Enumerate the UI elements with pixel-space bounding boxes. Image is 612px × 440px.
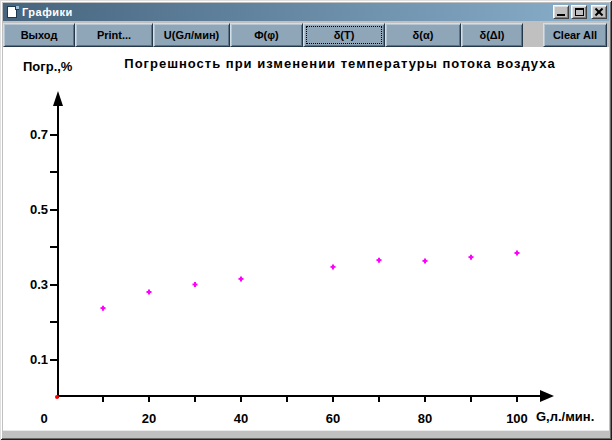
close-icon [595, 8, 603, 16]
close-button[interactable] [591, 5, 607, 19]
app-icon [6, 6, 19, 19]
toolbar-button-delta-alpha[interactable]: δ(α) [385, 23, 461, 47]
toolbar-button-exit[interactable]: Выход [3, 23, 75, 47]
toolbar-spacer [523, 23, 543, 47]
y-axis-title: Погр.,% [23, 59, 72, 74]
toolbar-button-delta-di[interactable]: δ(ΔI) [461, 23, 523, 47]
toolbar-button-clear-all[interactable]: Clear All [543, 23, 607, 47]
title-bar[interactable]: Графики [3, 3, 609, 21]
minimize-icon [557, 14, 565, 16]
minimize-button[interactable] [553, 5, 569, 19]
toolbar-button-delta-t[interactable]: δ(T) [303, 23, 385, 47]
toolbar-button-print[interactable]: Print... [75, 23, 153, 47]
toolbar: ВыходPrint...U(Gл/мин)Ф(φ)δ(T)δ(α)δ(ΔI)C… [3, 23, 609, 47]
window-title: Графики [22, 6, 553, 18]
maximize-icon [575, 8, 584, 16]
chart-area [3, 47, 609, 437]
x-axis-title: G,л./мин. [536, 409, 594, 424]
toolbar-button-u-g-flow[interactable]: U(Gл/мин) [153, 23, 230, 47]
toolbar-button-phi[interactable]: Ф(φ) [230, 23, 303, 47]
window-controls [553, 5, 607, 19]
app-window: Графики ВыходPrint...U(Gл/мин)Ф(φ)δ(T)δ(… [0, 0, 612, 440]
chart-title: Погрешность при изменении температуры по… [80, 56, 600, 71]
maximize-button[interactable] [571, 5, 587, 19]
